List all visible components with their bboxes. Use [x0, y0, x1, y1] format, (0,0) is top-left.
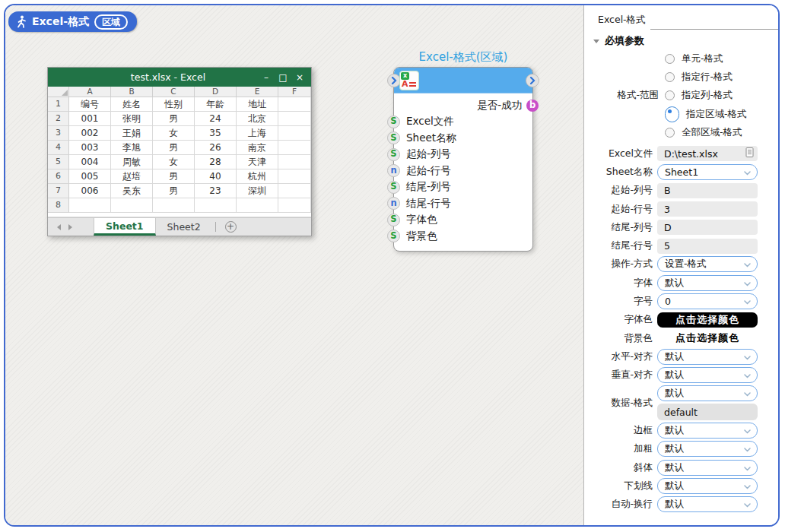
radio-option[interactable] [665, 90, 675, 100]
input-value: 5 [664, 240, 670, 252]
maximize-button[interactable]: □ [275, 72, 291, 83]
input-pin-string[interactable]: S [387, 181, 400, 194]
minimize-button[interactable]: – [258, 72, 275, 83]
input-pin-number[interactable]: n [387, 164, 400, 177]
row-number[interactable]: 4 [48, 141, 69, 155]
radio-selected[interactable] [665, 106, 679, 122]
exec-out-pin[interactable] [526, 74, 539, 87]
table-cell: 深圳 [237, 184, 278, 198]
dropdown-字号[interactable]: 0 [657, 293, 758, 309]
file-path-field[interactable]: D:\test.xlsx [657, 146, 758, 161]
radio-option[interactable] [665, 54, 675, 64]
dropdown-操作-方式[interactable]: 设置-格式 [657, 256, 758, 272]
dropdown-边框[interactable]: 默认 [657, 423, 758, 439]
excel-window: test.xlsx - Excel – □ × ABCDEF 1编号姓名性别年龄… [47, 67, 312, 236]
input-label: 字体色 [406, 213, 437, 226]
sheet-tab-sheet1[interactable]: Sheet1 [94, 218, 156, 236]
radio-option[interactable] [665, 128, 675, 138]
chevron-down-icon [744, 263, 751, 268]
input-value: 3 [664, 204, 670, 215]
table-cell: 男 [153, 184, 195, 198]
table-cell: 张明 [111, 112, 153, 126]
flow-canvas[interactable]: Excel-格式 区域 test.xlsx - Excel – □ × ABCD… [5, 5, 583, 525]
required-params-section[interactable]: 必填参数 [593, 34, 644, 48]
dropdown-加粗[interactable]: 默认 [657, 441, 758, 457]
field-row-数据-格式: 数据-格式默认default [584, 385, 778, 422]
table-cell: 35 [195, 126, 237, 141]
field-row-加粗: 加粗默认 [584, 440, 778, 458]
text-input-结尾-行号[interactable]: 5 [657, 239, 758, 254]
node-input-row: S结尾-列号 [394, 179, 532, 196]
sheet-nav-left-icon[interactable] [57, 224, 61, 230]
input-pin-string[interactable]: S [387, 214, 400, 226]
dropdown-Sheet名称[interactable]: Sheet1 [657, 164, 758, 180]
input-pin-number[interactable]: n [387, 197, 400, 210]
table-cell [278, 184, 311, 198]
text-input-起始-行号[interactable]: 3 [657, 201, 758, 217]
field-label: 自动-换行 [584, 498, 653, 511]
input-pin-string[interactable]: S [387, 131, 400, 144]
output-pin-bool[interactable]: b [526, 100, 539, 112]
row-number[interactable]: 8 [48, 198, 69, 213]
field-row-字体色: 字体色点击选择颜色 [584, 311, 778, 329]
input-pin-string[interactable]: S [387, 116, 400, 128]
row-number[interactable]: 3 [48, 126, 69, 141]
table-cell: 004 [69, 155, 111, 169]
field-label: Sheet名称 [584, 166, 653, 179]
field-row-起始-列号: 起始-列号B [584, 182, 778, 200]
table-cell: 年龄 [195, 97, 237, 112]
input-pin-string[interactable]: S [387, 230, 400, 242]
column-header[interactable]: E [237, 87, 278, 97]
text-input-起始-列号[interactable]: B [657, 183, 758, 198]
pin-type-letter: n [390, 199, 396, 208]
field-row-Sheet名称: Sheet名称Sheet1 [584, 163, 778, 181]
column-header[interactable]: F [278, 87, 311, 97]
dropdown-value: 默认 [665, 442, 684, 455]
dropdown-垂直-对齐[interactable]: 默认 [657, 367, 758, 383]
panel-tab-excel-format[interactable]: Excel-格式 [598, 14, 650, 30]
column-header[interactable]: B [111, 87, 153, 97]
font-color-picker-button[interactable]: 点击选择颜色 [657, 312, 758, 328]
dropdown-水平-对齐[interactable]: 默认 [657, 349, 758, 365]
pin-type-letter: S [390, 232, 396, 241]
browse-file-button[interactable] [745, 147, 755, 160]
dropdown-自动-换行[interactable]: 默认 [657, 496, 758, 512]
radio-row: 单元-格式 [584, 49, 778, 68]
row-number[interactable]: 5 [48, 155, 69, 169]
chevron-down-icon [744, 467, 751, 471]
field-row-边框: 边框默认 [584, 421, 778, 439]
text-input-结尾-列号[interactable]: D [657, 220, 758, 235]
collapse-triangle-icon[interactable] [593, 40, 599, 43]
row-number[interactable]: 6 [48, 169, 69, 184]
close-button[interactable]: × [291, 72, 308, 83]
dropdown-下划线[interactable]: 默认 [657, 478, 758, 494]
column-header[interactable]: C [153, 87, 195, 97]
table-row: 8 [48, 198, 311, 213]
flow-title-badge[interactable]: Excel-格式 区域 [8, 11, 137, 32]
field-row-字体: 字体默认 [584, 274, 778, 292]
tabbar-line [650, 29, 778, 30]
background-color-picker-button[interactable]: 点击选择颜色 [657, 331, 758, 346]
row-number[interactable]: 7 [48, 184, 69, 198]
field-label: 加粗 [584, 442, 653, 455]
excel-titlebar[interactable]: test.xlsx - Excel – □ × [48, 68, 311, 87]
row-number[interactable]: 1 [48, 97, 69, 112]
column-header[interactable]: A [69, 87, 111, 97]
row-number[interactable]: 2 [48, 112, 69, 126]
radio-option[interactable] [665, 72, 675, 82]
column-header[interactable]: D [195, 87, 237, 97]
select-all-corner[interactable] [48, 87, 69, 97]
input-pin-string[interactable]: S [387, 148, 400, 161]
table-cell: 28 [195, 155, 237, 169]
node-header[interactable]: x A [394, 68, 532, 93]
dropdown-数据-格式[interactable]: 默认 [657, 385, 758, 401]
node-body: 是否-成功 b SExcel文件SSheet名称S起始-列号n起始-行号S结尾-… [394, 93, 532, 251]
field-row-结尾-行号: 结尾-行号5 [584, 236, 778, 255]
add-sheet-button[interactable]: + [225, 221, 237, 233]
dropdown-字体[interactable]: 默认 [657, 275, 758, 291]
sheet-tab-sheet2[interactable]: Sheet2 [156, 218, 212, 236]
dropdown-斜体[interactable]: 默认 [657, 460, 758, 476]
field-control-stack: 默认default [657, 385, 758, 420]
flow-node-excel-format[interactable]: x A 是否-成功 b [393, 67, 533, 252]
format-string-input[interactable]: default [657, 404, 758, 420]
